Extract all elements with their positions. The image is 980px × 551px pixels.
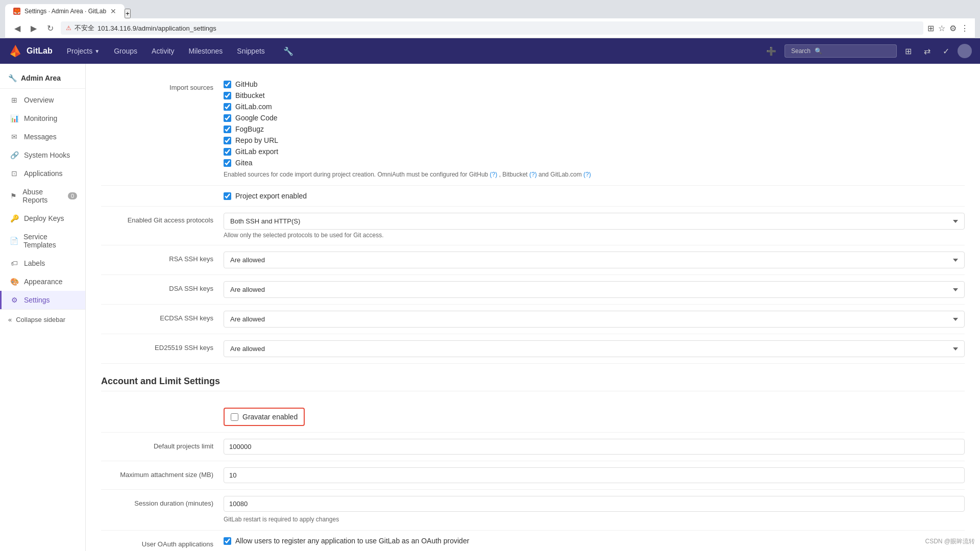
url-warning-text: 不安全 (75, 23, 94, 33)
search-icon: 🔍 (815, 47, 822, 55)
monitoring-icon: 📊 (10, 114, 19, 122)
sidebar-item-settings[interactable]: ⚙ Settings (0, 291, 85, 309)
sidebar-item-overview[interactable]: ⊞ Overview (0, 91, 85, 109)
new-item-button[interactable]: ➕ (762, 44, 780, 58)
rsa-ssh-select[interactable]: Are allowed Are forbidden (224, 252, 965, 268)
appearance-icon: 🎨 (10, 278, 19, 286)
sidebar-item-applications[interactable]: ⊡ Applications (0, 164, 85, 183)
collapse-label: Collapse sidebar (16, 316, 65, 323)
close-tab-button[interactable]: ✕ (110, 7, 116, 15)
browser-chrome: 🦊 Settings · Admin Area · GitLab ✕ + ◀ ▶… (0, 0, 980, 38)
bitbucket-checkbox[interactable] (224, 92, 231, 99)
ecdsa-ssh-select[interactable]: Are allowed Are forbidden (224, 311, 965, 328)
fogbugz-label: FogBugz (235, 125, 264, 133)
fogbugz-checkbox[interactable] (224, 126, 231, 133)
extension-button[interactable]: ⚙ (949, 23, 957, 33)
default-projects-input[interactable]: 100000 (224, 439, 965, 455)
sidebar-item-messages[interactable]: ✉ Messages (0, 128, 85, 146)
groups-nav-item[interactable]: Groups (108, 44, 143, 58)
sidebar-item-deploy-keys[interactable]: 🔑 Deploy Keys (0, 209, 85, 228)
gitea-checkbox[interactable] (224, 159, 231, 167)
translate-button[interactable]: ⊞ (927, 23, 934, 33)
wrench-button[interactable]: 🔧 (279, 44, 298, 58)
user-avatar[interactable] (958, 44, 972, 58)
bookmark-button[interactable]: ☆ (938, 23, 945, 33)
milestones-nav-item[interactable]: Milestones (182, 44, 229, 58)
oauth-row: User OAuth applications Allow users to r… (101, 531, 965, 551)
sidebar-item-labels[interactable]: 🏷 Labels (0, 254, 85, 272)
nav-right: ➕ Search 🔍 ⊞ ⇄ ✓ (762, 44, 972, 58)
sidebar-label-messages: Messages (24, 133, 57, 141)
dsa-ssh-select[interactable]: Are allowed Are forbidden (224, 281, 965, 298)
session-duration-input[interactable]: 10080 (224, 496, 965, 512)
max-attachment-input[interactable]: 10 (224, 467, 965, 483)
rsa-ssh-row: RSA SSH keys Are allowed Are forbidden (101, 245, 965, 275)
collapse-icon: « (8, 316, 12, 323)
google-code-checkbox[interactable] (224, 114, 231, 122)
layout-button[interactable]: ⊞ (901, 44, 916, 58)
ed25519-ssh-select[interactable]: Are allowed Are forbidden (224, 340, 965, 357)
settings-button[interactable]: ⋮ (961, 23, 969, 33)
gitlabcom-label: GitLab.com (235, 103, 272, 111)
gitlab-export-checkbox[interactable] (224, 148, 231, 156)
bitbucket-label: Bitbucket (235, 91, 265, 99)
gitlabcom-hint-link[interactable]: (?) (583, 171, 591, 178)
url-text: 101.34.116.9/admin/application_settings (97, 24, 216, 32)
url-field[interactable]: ⚠ 不安全 101.34.116.9/admin/application_set… (61, 21, 923, 35)
gitlab-export-checkbox-item[interactable]: GitLab export (224, 147, 965, 156)
snippets-nav-item[interactable]: Snippets (231, 44, 271, 58)
back-button[interactable]: ◀ (11, 22, 23, 34)
collapse-sidebar-button[interactable]: « Collapse sidebar (0, 309, 85, 330)
sidebar-item-appearance[interactable]: 🎨 Appearance (0, 272, 85, 291)
repo-by-url-checkbox[interactable] (224, 137, 231, 144)
bitbucket-checkbox-item[interactable]: Bitbucket (224, 91, 965, 99)
sidebar-label-deploy-keys: Deploy Keys (24, 214, 64, 222)
add-tab-button[interactable]: + (125, 9, 131, 18)
gitlab-navbar: GitLab Projects ▼ Groups Activity Milest… (0, 38, 980, 64)
github-checkbox[interactable] (224, 81, 231, 88)
forward-button[interactable]: ▶ (28, 22, 40, 34)
sidebar-label-service-templates: Service Templates (23, 233, 77, 249)
active-tab: 🦊 Settings · Admin Area · GitLab ✕ (5, 4, 125, 18)
oauth-checkbox-item[interactable]: Allow users to register any application … (224, 537, 965, 545)
bitbucket-hint-link[interactable]: (?) (529, 171, 537, 178)
sidebar-label-monitoring: Monitoring (24, 114, 57, 122)
refresh-button[interactable]: ↻ (44, 22, 57, 34)
project-export-field: Project export enabled (224, 192, 965, 200)
sidebar-label-applications: Applications (24, 169, 63, 178)
sidebar-item-abuse-reports[interactable]: ⚑ Abuse Reports 0 (0, 183, 85, 209)
github-checkbox-item[interactable]: GitHub (224, 80, 965, 88)
activity-nav-item[interactable]: Activity (145, 44, 180, 58)
fogbugz-checkbox-item[interactable]: FogBugz (224, 125, 965, 133)
google-code-checkbox-item[interactable]: Google Code (224, 114, 965, 122)
gravatar-checkbox[interactable] (231, 413, 238, 421)
gitlab-logo[interactable]: GitLab (8, 44, 53, 58)
gitea-checkbox-item[interactable]: Gitea (224, 159, 965, 167)
deploy-keys-icon: 🔑 (10, 214, 19, 222)
project-export-label: Project export enabled (235, 192, 307, 200)
sidebar-item-service-templates[interactable]: 📄 Service Templates (0, 228, 85, 254)
sidebar-item-monitoring[interactable]: 📊 Monitoring (0, 109, 85, 128)
sidebar-label-appearance: Appearance (24, 278, 63, 286)
merge-request-button[interactable]: ⇄ (920, 44, 935, 58)
project-export-checkbox[interactable] (224, 192, 231, 200)
projects-nav-item[interactable]: Projects ▼ (61, 44, 106, 58)
git-access-select[interactable]: Both SSH and HTTP(S) Only SSH Only HTTP(… (224, 213, 965, 230)
ecdsa-ssh-label: ECDSA SSH keys (101, 311, 213, 323)
watermark: CSDN @眼眸流转 (925, 537, 975, 546)
github-hint-link[interactable]: (?) (490, 171, 498, 178)
repo-by-url-checkbox-item[interactable]: Repo by URL (224, 136, 965, 144)
todo-button[interactable]: ✓ (939, 44, 953, 58)
gravatar-highlight-box[interactable]: Gravatar enabled (224, 408, 305, 426)
oauth-checkbox[interactable] (224, 537, 231, 545)
sidebar-item-system-hooks[interactable]: 🔗 System Hooks (0, 146, 85, 164)
search-bar[interactable]: Search 🔍 (785, 44, 897, 58)
project-export-checkbox-item[interactable]: Project export enabled (224, 192, 965, 200)
default-projects-field: 100000 (224, 439, 965, 455)
wrench-icon: 🔧 (8, 74, 17, 82)
gitlabcom-checkbox[interactable] (224, 103, 231, 111)
ed25519-ssh-field: Are allowed Are forbidden (224, 340, 965, 357)
max-attachment-label: Maximum attachment size (MB) (101, 467, 213, 480)
gitlabcom-checkbox-item[interactable]: GitLab.com (224, 103, 965, 111)
browser-actions: ⊞ ☆ ⚙ ⋮ (927, 23, 969, 33)
